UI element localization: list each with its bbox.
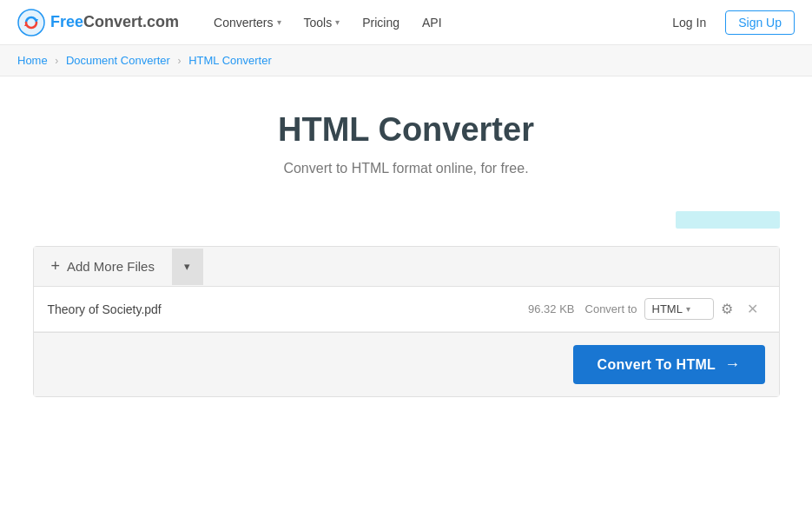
add-files-dropdown-button[interactable]: ▾ bbox=[172, 249, 203, 285]
breadcrumb-sep-2: › bbox=[178, 55, 182, 67]
ad-area bbox=[33, 211, 780, 229]
convert-button[interactable]: Convert To HTML → bbox=[573, 345, 765, 384]
main-nav: Converters ▾ Tools ▾ Pricing API bbox=[205, 10, 663, 35]
logo-free-text: Free bbox=[50, 13, 83, 31]
nav-converters[interactable]: Converters ▾ bbox=[205, 10, 289, 35]
dropdown-chevron-icon: ▾ bbox=[184, 260, 190, 273]
nav-api[interactable]: API bbox=[413, 10, 451, 35]
logo-convert-text: Convert.com bbox=[83, 13, 179, 31]
convert-to-label: Convert to bbox=[585, 302, 637, 315]
close-icon bbox=[747, 302, 758, 316]
plus-icon: + bbox=[51, 257, 61, 275]
tools-chevron-icon: ▾ bbox=[335, 17, 340, 27]
breadcrumb-current: HTML Converter bbox=[188, 54, 272, 67]
logo-icon bbox=[17, 9, 45, 36]
svg-point-0 bbox=[18, 10, 44, 36]
header: FreeConvert.com Converters ▾ Tools ▾ Pri… bbox=[0, 0, 812, 45]
convert-button-label: Convert To HTML bbox=[597, 357, 716, 373]
file-section: + Add More Files ▾ Theory of Society.pdf… bbox=[33, 246, 780, 397]
format-select[interactable]: HTML ▾ bbox=[644, 298, 714, 320]
gear-icon bbox=[721, 302, 733, 316]
breadcrumb-home[interactable]: Home bbox=[17, 54, 48, 67]
format-chevron-icon: ▾ bbox=[686, 304, 690, 314]
format-value: HTML bbox=[652, 302, 683, 315]
breadcrumb: Home › Document Converter › HTML Convert… bbox=[0, 45, 812, 76]
login-button[interactable]: Log In bbox=[663, 10, 715, 35]
header-actions: Log In Sign Up bbox=[663, 10, 795, 35]
ad-placeholder bbox=[676, 211, 780, 229]
file-size: 96.32 KB bbox=[528, 302, 575, 315]
file-row: Theory of Society.pdf 96.32 KB Convert t… bbox=[34, 287, 779, 332]
nav-tools[interactable]: Tools ▾ bbox=[295, 10, 349, 35]
add-files-label: Add More Files bbox=[67, 259, 155, 274]
page-subtitle: Convert to HTML format online, for free. bbox=[33, 161, 780, 176]
add-files-bar: + Add More Files ▾ bbox=[34, 247, 779, 287]
convert-arrow-icon: → bbox=[724, 355, 740, 374]
nav-pricing[interactable]: Pricing bbox=[353, 10, 408, 35]
logo[interactable]: FreeConvert.com bbox=[17, 9, 179, 36]
main-content: HTML Converter Convert to HTML format on… bbox=[16, 76, 797, 415]
convert-bar: Convert To HTML → bbox=[34, 332, 779, 396]
settings-button[interactable] bbox=[714, 297, 740, 321]
breadcrumb-document-converter[interactable]: Document Converter bbox=[66, 54, 170, 67]
converters-chevron-icon: ▾ bbox=[277, 17, 281, 27]
remove-file-button[interactable] bbox=[740, 297, 765, 321]
add-files-button[interactable]: + Add More Files bbox=[34, 247, 172, 286]
page-title: HTML Converter bbox=[33, 111, 780, 149]
signup-button[interactable]: Sign Up bbox=[725, 10, 795, 35]
file-name: Theory of Society.pdf bbox=[48, 302, 529, 316]
breadcrumb-sep-1: › bbox=[55, 55, 58, 67]
